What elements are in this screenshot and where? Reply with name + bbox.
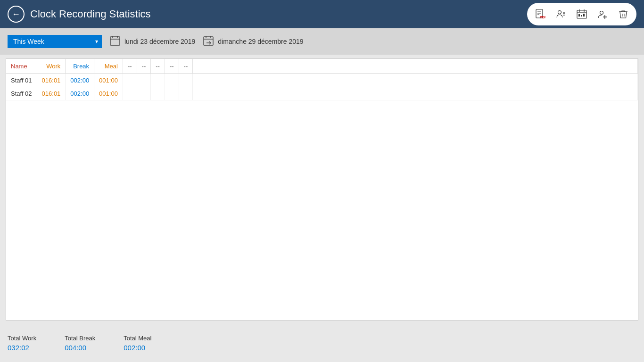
- cell-work: 016:01: [37, 74, 66, 87]
- svg-rect-26: [204, 37, 213, 45]
- start-calendar-icon: [109, 35, 121, 49]
- total-break-group: Total Break 004:00: [65, 335, 95, 352]
- col-header-name: Name: [6, 59, 37, 74]
- total-work-value: 032:02: [8, 344, 29, 352]
- col-header-c5: --: [179, 59, 193, 74]
- col-header-c1: --: [123, 59, 137, 74]
- total-work-group: Total Work 032:02: [8, 335, 36, 352]
- table-header-row: Name Work Break Meal -- -- -- -- --: [6, 59, 638, 74]
- page-title: Clock Recording Statistics: [30, 8, 521, 20]
- add-user-button[interactable]: [593, 5, 612, 24]
- cell-work: 016:01: [37, 87, 66, 100]
- delete-button[interactable]: [614, 5, 633, 24]
- table-container: Name Work Break Meal -- -- -- -- -- Staf…: [6, 58, 638, 321]
- svg-rect-14: [581, 15, 582, 16]
- main-content: Name Work Break Meal -- -- -- -- -- Staf…: [0, 55, 644, 324]
- header-actions: PDF: [527, 3, 636, 25]
- cell-empty: [193, 74, 638, 87]
- col-header-meal: Meal: [94, 59, 123, 74]
- col-header-break: Break: [66, 59, 94, 74]
- svg-point-5: [558, 11, 561, 14]
- calendar-stats-button[interactable]: [572, 5, 591, 24]
- data-table: Name Work Break Meal -- -- -- -- -- Staf…: [6, 59, 638, 100]
- back-button[interactable]: ←: [8, 6, 25, 23]
- cell-name: Staff 01: [6, 74, 37, 87]
- col-header-c3: --: [151, 59, 165, 74]
- toolbar: This Week Last Week This Month Last Mont…: [0, 28, 644, 55]
- table-row[interactable]: Staff 01016:01002:00001:00: [6, 74, 638, 87]
- header: ← Clock Recording Statistics PDF: [0, 0, 644, 28]
- total-break-label: Total Break: [65, 335, 95, 342]
- cell-empty: [193, 87, 638, 100]
- svg-rect-22: [110, 37, 120, 45]
- total-work-label: Total Work: [8, 335, 36, 342]
- svg-rect-15: [583, 14, 585, 16]
- total-break-value: 004:00: [65, 344, 86, 352]
- cell-meal: 001:00: [94, 74, 123, 87]
- period-select[interactable]: This Week Last Week This Month Last Mont…: [8, 35, 102, 48]
- col-header-c4: --: [165, 59, 179, 74]
- period-select-wrapper[interactable]: This Week Last Week This Month Last Mont…: [8, 35, 102, 48]
- cell-c2: [137, 87, 151, 100]
- pdf-export-button[interactable]: PDF: [531, 5, 550, 24]
- svg-rect-13: [578, 14, 580, 16]
- col-header-c2: --: [137, 59, 151, 74]
- cell-c3: [151, 74, 165, 87]
- total-meal-value: 002:00: [124, 344, 145, 352]
- end-calendar-icon: [203, 35, 214, 49]
- total-meal-label: Total Meal: [124, 335, 151, 342]
- cell-meal: 001:00: [94, 87, 123, 100]
- cell-c4: [165, 87, 179, 100]
- start-date-group: lundi 23 décembre 2019: [109, 35, 195, 49]
- cell-c4: [165, 74, 179, 87]
- table-row[interactable]: Staff 02016:01002:00001:00: [6, 87, 638, 100]
- col-header-work: Work: [37, 59, 66, 74]
- user-list-button[interactable]: [552, 5, 570, 24]
- cell-c3: [151, 87, 165, 100]
- end-date: dimanche 29 décembre 2019: [218, 38, 303, 45]
- cell-c1: [123, 87, 137, 100]
- svg-point-16: [600, 11, 603, 15]
- cell-c1: [123, 74, 137, 87]
- svg-text:PDF: PDF: [540, 16, 545, 19]
- total-meal-group: Total Meal 002:00: [124, 335, 151, 352]
- footer: Total Work 032:02 Total Break 004:00 Tot…: [0, 324, 644, 362]
- end-date-group: dimanche 29 décembre 2019: [203, 35, 303, 49]
- cell-c5: [179, 74, 193, 87]
- cell-c2: [137, 74, 151, 87]
- cell-c5: [179, 87, 193, 100]
- cell-break: 002:00: [66, 74, 94, 87]
- table-body: Staff 01016:01002:00001:00Staff 02016:01…: [6, 74, 638, 100]
- cell-break: 002:00: [66, 87, 94, 100]
- col-header-empty: [193, 59, 638, 74]
- start-date: lundi 23 décembre 2019: [124, 38, 195, 45]
- cell-name: Staff 02: [6, 87, 37, 100]
